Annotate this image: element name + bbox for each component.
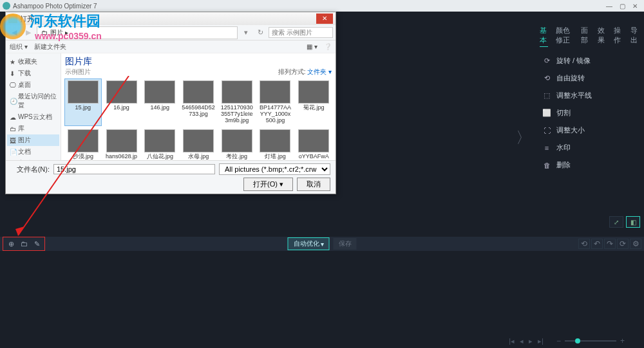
thumbnail-caption: 16.jpg bbox=[113, 105, 129, 111]
dialog-title: 打开 bbox=[20, 14, 316, 24]
file-thumbnail[interactable]: BP14777AAYYY_1000x500.jpg bbox=[258, 79, 294, 125]
pager-next-button[interactable]: ▸ bbox=[529, 337, 533, 345]
file-thumbnail[interactable]: oYYBAFwAKIGQFIAAHU-E8YYYAACIDAETRM0A88dr… bbox=[296, 128, 332, 160]
file-thumbnail[interactable]: 沙漠.jpg bbox=[65, 128, 101, 160]
tab-效果[interactable]: 效果 bbox=[598, 26, 606, 47]
sidebar-item-docs[interactable]: 📄文档 bbox=[7, 146, 59, 158]
tab-面部[interactable]: 面部 bbox=[581, 26, 589, 47]
thumbnail-image bbox=[144, 129, 175, 152]
dialog-search-input[interactable] bbox=[269, 27, 333, 38]
file-thumbnail[interactable]: hans0628.jpg bbox=[104, 128, 140, 160]
history-sync-button[interactable]: ⟲ bbox=[578, 239, 590, 249]
file-thumbnail[interactable]: 1251170930355T7y1leIe3m9b.jpg bbox=[219, 79, 255, 125]
window-close-button[interactable]: ✕ bbox=[629, 3, 641, 10]
tool-list: ⟳旋转 / 镜像⟲自由旋转⬚调整水平线⬜切割⛶调整大小≡水印🗑删除 bbox=[535, 50, 644, 176]
filename-input[interactable] bbox=[53, 164, 215, 174]
thumbnail-image bbox=[222, 80, 252, 104]
pager-prev-button[interactable]: ◂ bbox=[520, 337, 524, 345]
recent-icon: 🕘 bbox=[10, 98, 16, 104]
new-folder-button[interactable]: 新建文件夹 bbox=[34, 42, 66, 51]
zoom-slider-thumb[interactable] bbox=[575, 338, 580, 343]
open-button[interactable]: 打开(O) ▾ bbox=[243, 178, 293, 191]
tab-基本[interactable]: 基本 bbox=[540, 26, 548, 47]
sidebar-item-label: 桌面 bbox=[18, 80, 31, 89]
svg-marker-1 bbox=[15, 226, 24, 235]
reset-button[interactable]: ⟳ bbox=[617, 239, 629, 249]
sidebar-item-pictures[interactable]: 🖼图片 bbox=[7, 134, 59, 146]
view-compare-button[interactable]: ◧ bbox=[626, 216, 640, 228]
sidebar-item-label: 库 bbox=[18, 124, 24, 133]
brush-tool-button[interactable]: ✎ bbox=[32, 239, 42, 249]
tool-free-rotate[interactable]: ⟲自由旋转 bbox=[535, 69, 644, 87]
cancel-button[interactable]: 取消 bbox=[297, 178, 330, 191]
thumbnail-image bbox=[298, 129, 329, 152]
tool-horizon[interactable]: ⬚调整水平线 bbox=[535, 87, 644, 104]
sidebar-item-library[interactable]: 🗀库 bbox=[7, 123, 59, 134]
add-folder-button[interactable]: 🗀 bbox=[19, 239, 29, 249]
filetype-filter[interactable]: All pictures (*.bmp;*.cr2;*.crw bbox=[219, 163, 330, 175]
undo-button[interactable]: ↶ bbox=[591, 239, 603, 249]
pager-last-button[interactable]: ▸| bbox=[538, 337, 544, 345]
thumbnail-caption: oYYBAFwAKIGQFIAAHU-E8YYYAACIDAETRM0A88dr… bbox=[297, 154, 330, 160]
file-thumbnail[interactable]: 15.jpg bbox=[65, 79, 101, 125]
file-thumbnail[interactable]: 146.jpg bbox=[142, 79, 178, 125]
pager-first-button[interactable]: |◂ bbox=[509, 337, 515, 345]
docs-icon: 📄 bbox=[10, 149, 16, 155]
dialog-nav: ◀ ▶ 🗀 图片 ▸ ▾ ↻ bbox=[6, 25, 336, 41]
file-thumbnail[interactable]: 16.jpg bbox=[104, 79, 140, 125]
tool-delete[interactable]: 🗑删除 bbox=[535, 156, 644, 174]
view-fullscreen-button[interactable]: ⤢ bbox=[609, 216, 623, 228]
cloud-icon: ☁ bbox=[10, 114, 16, 120]
tool-rotate[interactable]: ⟳旋转 / 镜像 bbox=[535, 52, 644, 69]
breadcrumb-dropdown-button[interactable]: ▾ bbox=[240, 27, 252, 39]
file-thumbnail[interactable]: 5465984D52733.jpg bbox=[180, 79, 216, 125]
sidebar-item-desktop[interactable]: 🖵桌面 bbox=[7, 79, 59, 91]
nav-forward-button[interactable]: ▶ bbox=[23, 27, 34, 39]
add-image-button[interactable]: ⊕ bbox=[6, 239, 16, 249]
sidebar-item-star[interactable]: ★收藏夹 bbox=[7, 56, 59, 68]
tab-导出[interactable]: 导出 bbox=[630, 26, 639, 47]
help-button[interactable]: ❔ bbox=[324, 43, 332, 50]
file-thumbnail[interactable]: 灯塔.jpg bbox=[258, 128, 294, 160]
zoom-slider[interactable] bbox=[565, 340, 616, 342]
tool-watermark[interactable]: ≡水印 bbox=[535, 139, 644, 156]
sidebar-item-download[interactable]: ⬇下载 bbox=[7, 68, 59, 79]
dialog-title-icon bbox=[8, 14, 17, 23]
tab-颜色修正[interactable]: 颜色修正 bbox=[556, 26, 573, 47]
breadcrumb[interactable]: 🗀 图片 ▸ bbox=[37, 26, 238, 39]
auto-optimize-button[interactable]: 自动优化▾ bbox=[288, 237, 330, 250]
file-thumbnail[interactable]: 水母.jpg bbox=[180, 128, 216, 160]
tool-label: 调整大小 bbox=[556, 125, 585, 135]
dialog-close-button[interactable]: ✕ bbox=[316, 14, 333, 24]
save-button[interactable]: 保存 bbox=[334, 238, 357, 250]
tab-操作[interactable]: 操作 bbox=[614, 26, 622, 47]
file-thumbnail[interactable]: 菊花.jpg bbox=[296, 79, 332, 125]
sidebar-item-cloud[interactable]: ☁WPS云文档 bbox=[7, 111, 59, 123]
sidebar-item-recent[interactable]: 🕘最近访问的位置 bbox=[7, 91, 59, 111]
settings-gear-button[interactable]: ⚙ bbox=[630, 239, 641, 249]
thumbnail-caption: 5465984D52733.jpg bbox=[182, 105, 215, 118]
view-toggles: ⤢ ◧ bbox=[609, 216, 640, 228]
organize-menu[interactable]: 组织 ▾ bbox=[10, 42, 28, 51]
thumbnail-caption: 考拉.jpg bbox=[226, 154, 247, 160]
zoom-out-button[interactable]: − bbox=[556, 336, 561, 345]
horizon-icon: ⬚ bbox=[542, 91, 551, 100]
view-options-button[interactable]: ▦ ▾ bbox=[307, 43, 317, 50]
sort-dropdown[interactable]: 文件夹 ▾ bbox=[307, 68, 332, 75]
delete-icon: 🗑 bbox=[542, 161, 551, 170]
file-open-dialog: 打开 ✕ ◀ ▶ 🗀 图片 ▸ ▾ ↻ 组织 ▾ 新建文件夹 ▦ ▾ ❔ ★收藏… bbox=[5, 12, 336, 194]
window-maximize-button[interactable]: ▢ bbox=[616, 3, 629, 10]
left-tool-group: ⊕ 🗀 ✎ bbox=[3, 237, 45, 251]
thumbnail-caption: 菊花.jpg bbox=[303, 105, 325, 111]
star-icon: ★ bbox=[10, 59, 16, 65]
panel-collapse-arrow-icon[interactable]: 〉 bbox=[516, 127, 531, 148]
file-thumbnail[interactable]: 八仙花.jpg bbox=[142, 128, 178, 160]
redo-button[interactable]: ↷ bbox=[604, 239, 616, 249]
nav-back-button[interactable]: ◀ bbox=[8, 27, 20, 39]
tool-resize[interactable]: ⛶调整大小 bbox=[535, 122, 644, 139]
file-thumbnail[interactable]: 考拉.jpg bbox=[219, 128, 255, 160]
refresh-button[interactable]: ↻ bbox=[254, 27, 266, 39]
window-minimize-button[interactable]: — bbox=[603, 3, 616, 10]
zoom-in-button[interactable]: + bbox=[620, 336, 625, 345]
tool-crop[interactable]: ⬜切割 bbox=[535, 104, 644, 122]
